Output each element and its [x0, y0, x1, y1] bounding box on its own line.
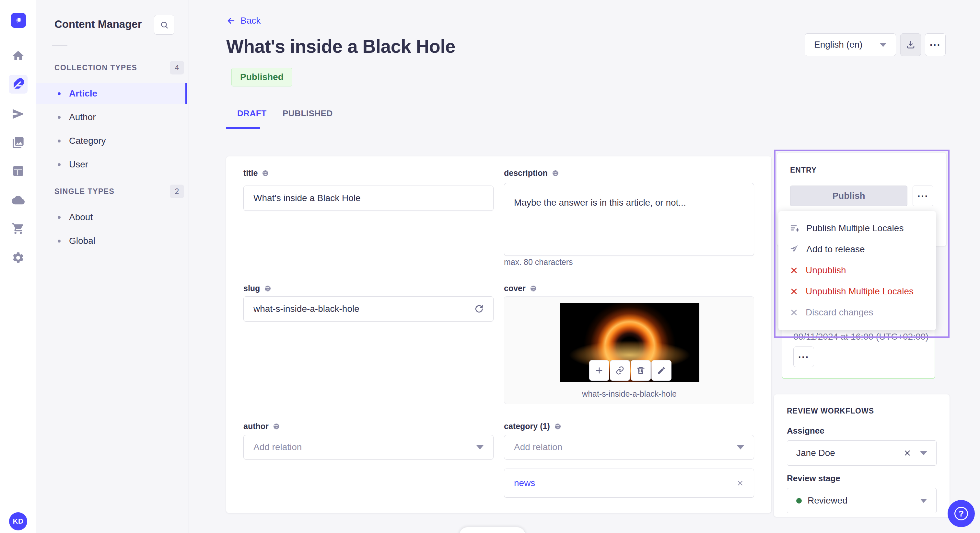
cover-caption: what-s-inside-a-black-hole: [504, 389, 754, 399]
nav-home[interactable]: [9, 46, 27, 65]
menu-item-publish-multiple-locales[interactable]: Publish Multiple Locales: [778, 217, 936, 239]
user-avatar[interactable]: KD: [9, 512, 27, 530]
globe-icon: [530, 285, 537, 292]
entry-more-button[interactable]: ...: [913, 186, 933, 206]
nav-media-library[interactable]: [9, 133, 27, 152]
author-field-label: author: [243, 422, 280, 431]
assignee-value: Jane Doe: [796, 448, 835, 458]
help-button[interactable]: ?: [948, 500, 975, 527]
sidebar-item-article[interactable]: Article: [36, 83, 187, 104]
back-arrow-icon: [226, 16, 236, 25]
back-link[interactable]: Back: [226, 16, 261, 26]
cover-add-button[interactable]: [589, 360, 609, 381]
scheduled-more-button[interactable]: ...: [793, 346, 814, 367]
chevron-down-icon: [476, 445, 484, 449]
review-stage-select[interactable]: Reviewed: [787, 488, 937, 513]
publish-button[interactable]: Publish: [790, 186, 907, 206]
category-relation-select[interactable]: Add relation: [504, 435, 754, 460]
bullet-icon: [58, 240, 60, 243]
slug-input-value: what-s-inside-a-black-hole: [253, 304, 360, 314]
review-workflows-panel: REVIEW WORKFLOWS Assignee Jane Doe Revie…: [774, 394, 950, 517]
title-input[interactable]: What's inside a Black Hole: [243, 186, 493, 211]
review-stage-label: Review stage: [787, 473, 937, 484]
sidebar-item-about[interactable]: About: [36, 206, 187, 228]
close-icon: [789, 266, 799, 275]
sidebar-item-user[interactable]: User: [36, 154, 187, 175]
link-icon: [616, 366, 625, 375]
locale-selector[interactable]: English (en): [805, 33, 896, 56]
field-label-text: author: [243, 422, 269, 431]
export-button[interactable]: [900, 33, 921, 56]
author-relation-select[interactable]: Add relation: [243, 435, 493, 460]
back-label: Back: [240, 16, 261, 26]
status-badge: Published: [231, 68, 292, 86]
menu-item-label: Unpublish: [806, 265, 846, 276]
bullet-icon: [58, 92, 60, 95]
nav-content-type-builder[interactable]: [9, 162, 27, 180]
header-more-button[interactable]: ...: [925, 33, 946, 56]
more-icon: ...: [918, 194, 929, 198]
more-icon: ...: [798, 355, 809, 359]
subnav-divider: [52, 45, 67, 46]
section-label: COLLECTION TYPES: [54, 63, 137, 72]
sidebar-item-label: About: [69, 212, 93, 222]
assignee-select[interactable]: Jane Doe: [787, 440, 937, 466]
chevron-down-icon: [920, 451, 927, 455]
field-label-text: description: [504, 168, 548, 178]
locale-value: English (en): [814, 40, 862, 50]
description-value: Maybe the answer is in this article, or …: [514, 198, 686, 208]
category-relation-item: news: [504, 468, 754, 498]
tab-published[interactable]: PUBLISHED: [283, 108, 333, 119]
clear-icon[interactable]: [903, 449, 912, 457]
globe-icon: [264, 285, 272, 292]
menu-item-unpublish-multiple-locales[interactable]: Unpublish Multiple Locales: [778, 281, 936, 302]
menu-item-unpublish[interactable]: Unpublish: [778, 260, 936, 281]
cover-copy-link-button[interactable]: [610, 360, 630, 381]
field-label-text: cover: [504, 284, 526, 293]
sidebar-item-label: Category: [69, 136, 106, 146]
search-button[interactable]: [154, 15, 174, 35]
globe-icon: [552, 169, 559, 177]
slug-input[interactable]: what-s-inside-a-black-hole: [243, 296, 493, 322]
strapi-logo[interactable]: [11, 13, 26, 28]
pencil-icon: [657, 366, 666, 375]
plus-icon: [595, 366, 604, 375]
nav-releases[interactable]: [9, 105, 27, 124]
nav-content-manager[interactable]: [9, 75, 27, 94]
nav-marketplace[interactable]: [9, 219, 27, 238]
cover-field-label: cover: [504, 284, 537, 293]
description-textarea[interactable]: Maybe the answer is in this article, or …: [504, 183, 754, 256]
menu-item-label: Publish Multiple Locales: [806, 223, 904, 233]
section-count-badge: 2: [170, 185, 184, 198]
globe-icon: [272, 423, 280, 430]
nav-deploy[interactable]: [9, 191, 27, 209]
app-sidebar: KD: [0, 0, 36, 533]
description-hint: max. 80 characters: [504, 257, 573, 267]
refresh-icon[interactable]: [474, 304, 484, 314]
entry-actions: Publish ...: [790, 186, 933, 206]
media-icon: [12, 136, 25, 149]
field-label-text: slug: [243, 284, 260, 293]
collapsed-bottom-bar[interactable]: [459, 527, 525, 533]
cover-delete-button[interactable]: [631, 360, 651, 381]
globe-icon: [554, 423, 562, 430]
sidebar-item-category[interactable]: Category: [36, 130, 187, 152]
field-label-text: title: [243, 168, 258, 178]
page-title: What's inside a Black Hole: [226, 36, 455, 57]
cover-edit-button[interactable]: [651, 360, 671, 381]
tab-draft[interactable]: DRAFT: [237, 108, 267, 119]
menu-item-discard-changes[interactable]: Discard changes: [778, 302, 936, 323]
bullet-icon: [58, 140, 60, 143]
relation-link[interactable]: news: [514, 478, 535, 488]
sidebar-item-label: Article: [69, 89, 97, 99]
section-single-types: SINGLE TYPES 2: [54, 185, 184, 198]
sidebar-item-label: Global: [69, 236, 95, 246]
menu-item-label: Unpublish Multiple Locales: [806, 286, 913, 297]
menu-item-add-to-release[interactable]: Add to release: [778, 239, 936, 260]
sidebar-item-author[interactable]: Author: [36, 106, 187, 128]
close-icon: [789, 287, 799, 296]
close-icon[interactable]: [736, 479, 744, 487]
sidebar-item-global[interactable]: Global: [36, 230, 187, 252]
nav-settings[interactable]: [9, 248, 27, 267]
paper-plane-icon: [789, 244, 799, 254]
